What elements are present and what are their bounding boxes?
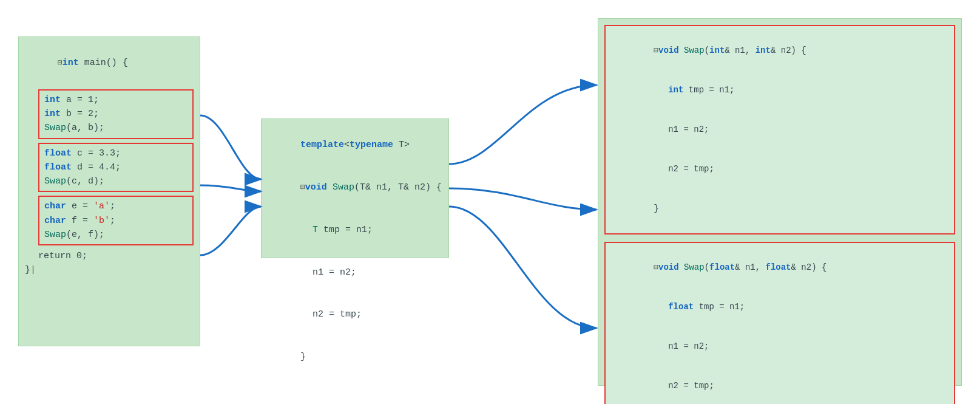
line-int-b: int b = 2; [44, 107, 188, 121]
swap-int-line4: n2 = tmp; [627, 149, 947, 189]
panel-template: template<typename T> ⊟void Swap(T& n1, T… [261, 118, 449, 258]
line-close-brace: }| [25, 263, 194, 277]
template-line6: } [268, 336, 442, 378]
swap-int-line2: int tmp = n1; [627, 70, 947, 110]
line-int-a: int a = 1; [44, 93, 188, 107]
swap-int-line3: n1 = n2; [627, 110, 947, 149]
line-swap-ab: Swap(a, b); [44, 121, 188, 135]
line-float-c: float c = 3.3; [44, 146, 188, 160]
line-float-d: float d = 4.4; [44, 160, 188, 174]
line-swap-ef: Swap(e, f); [44, 228, 188, 242]
float-call-box: float c = 3.3; float d = 4.4; Swap(c, d)… [38, 143, 194, 193]
line-return: return 0; [38, 249, 194, 263]
swap-int-line5: } [613, 189, 947, 228]
swap-float-line2: float tmp = n1; [627, 287, 947, 327]
swap-float-line3: n1 = n2; [627, 327, 947, 366]
main-header: ⊟int main() { [25, 42, 194, 84]
int-call-box: int a = 1; int b = 2; Swap(a, b); [38, 89, 194, 139]
template-line2: ⊟void Swap(T& n1, T& n2) { [268, 166, 442, 209]
char-call-box: char e = 'a'; char f = 'b'; Swap(e, f); [38, 196, 194, 245]
template-line1: template<typename T> [268, 124, 442, 166]
line-char-e: char e = 'a'; [44, 199, 188, 213]
swap-float-line1: ⊟void Swap(float& n1, float& n2) { [613, 248, 947, 287]
panel-main: ⊟int main() { int a = 1; int b = 2; Swap… [18, 36, 200, 346]
line-char-f: char f = 'b'; [44, 214, 188, 228]
swap-float-line4: n2 = tmp; [627, 367, 947, 405]
template-line5: n2 = tmp; [280, 293, 442, 336]
swap-int-line1: ⊟void Swap(int& n1, int& n2) { [613, 31, 947, 70]
panel-swap-float: ⊟void Swap(float& n1, float& n2) { float… [604, 242, 955, 404]
line-swap-cd: Swap(c, d); [44, 174, 188, 188]
template-line3: T tmp = n1; [280, 209, 442, 252]
panel-right-container: ⊟void Swap(int& n1, int& n2) { int tmp =… [598, 18, 962, 386]
diagram-container: ⊟int main() { int a = 1; int b = 2; Swap… [0, 0, 980, 404]
template-line4: n1 = n2; [280, 251, 442, 293]
panel-swap-int: ⊟void Swap(int& n1, int& n2) { int tmp =… [604, 25, 955, 235]
